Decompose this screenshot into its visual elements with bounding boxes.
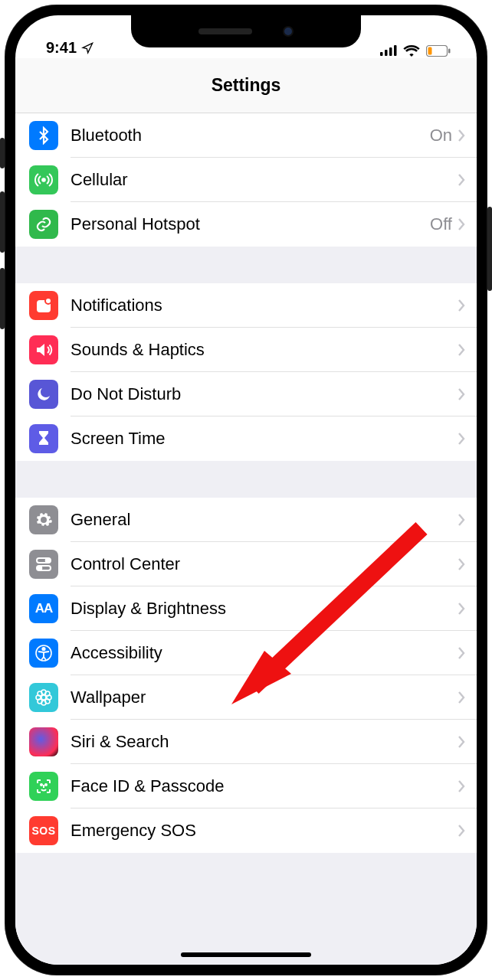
sos-icon: SOS bbox=[29, 816, 58, 845]
row-label: Control Center bbox=[71, 554, 457, 574]
svg-rect-0 bbox=[380, 52, 383, 56]
svg-point-7 bbox=[42, 178, 45, 181]
row-value: Off bbox=[430, 214, 452, 234]
settings-list[interactable]: BluetoothOnCellularPersonal HotspotOffNo… bbox=[15, 113, 477, 965]
row-label: Sounds & Haptics bbox=[71, 340, 457, 360]
row-label: Screen Time bbox=[71, 429, 457, 449]
settings-row-notifications[interactable]: Notifications bbox=[15, 283, 477, 328]
svg-point-11 bbox=[46, 559, 50, 563]
cellular-signal-icon bbox=[380, 45, 397, 56]
row-label: Notifications bbox=[71, 296, 457, 315]
hourglass-icon bbox=[29, 424, 58, 453]
siri-icon bbox=[29, 727, 58, 756]
row-label: Face ID & Passcode bbox=[71, 776, 457, 796]
svg-point-25 bbox=[36, 734, 51, 750]
chevron-right-icon bbox=[457, 557, 466, 571]
flower-icon bbox=[29, 683, 58, 712]
wifi-icon bbox=[403, 44, 420, 57]
chevron-right-icon bbox=[457, 735, 466, 749]
bluetooth-icon bbox=[29, 121, 58, 150]
chevron-right-icon bbox=[457, 173, 466, 187]
link-icon bbox=[29, 210, 58, 239]
chevron-right-icon bbox=[457, 217, 466, 231]
settings-row-screentime[interactable]: Screen Time bbox=[15, 416, 477, 461]
chevron-right-icon bbox=[457, 129, 466, 142]
settings-row-faceid[interactable]: Face ID & Passcode bbox=[15, 764, 477, 808]
home-indicator[interactable] bbox=[181, 952, 311, 957]
chevron-right-icon bbox=[457, 691, 466, 704]
settings-row-display[interactable]: AADisplay & Brightness bbox=[15, 586, 477, 631]
aa-icon: AA bbox=[29, 594, 58, 623]
row-label: Cellular bbox=[71, 170, 457, 190]
chevron-right-icon bbox=[457, 779, 466, 793]
notif-icon bbox=[29, 291, 58, 320]
row-label: Display & Brightness bbox=[71, 599, 457, 619]
row-label: General bbox=[71, 510, 457, 530]
svg-point-16 bbox=[41, 695, 46, 700]
row-label: Siri & Search bbox=[71, 732, 457, 752]
settings-row-general[interactable]: General bbox=[15, 498, 477, 542]
chevron-right-icon bbox=[457, 824, 466, 838]
settings-row-hotspot[interactable]: Personal HotspotOff bbox=[15, 202, 477, 247]
svg-rect-2 bbox=[389, 47, 392, 56]
row-label: Wallpaper bbox=[71, 688, 457, 707]
row-label: Do Not Disturb bbox=[71, 384, 457, 404]
svg-point-26 bbox=[41, 784, 42, 786]
sound-icon bbox=[29, 335, 58, 364]
page-title: Settings bbox=[212, 75, 281, 96]
chevron-right-icon bbox=[457, 387, 466, 401]
switches-icon bbox=[29, 550, 58, 579]
row-label: Personal Hotspot bbox=[71, 214, 430, 234]
location-icon bbox=[81, 42, 93, 54]
battery-icon bbox=[426, 45, 451, 57]
settings-row-accessibility[interactable]: Accessibility bbox=[15, 631, 477, 675]
antenna-icon bbox=[29, 165, 58, 194]
svg-rect-1 bbox=[385, 50, 388, 56]
svg-point-13 bbox=[38, 567, 42, 570]
svg-rect-6 bbox=[448, 48, 451, 53]
svg-rect-5 bbox=[428, 47, 432, 54]
svg-point-9 bbox=[45, 298, 51, 304]
gear-icon bbox=[29, 505, 58, 534]
device-frame: 9:41 Settings BluetoothOnCellularPersona… bbox=[5, 5, 487, 975]
face-icon bbox=[29, 772, 58, 801]
settings-row-cellular[interactable]: Cellular bbox=[15, 158, 477, 202]
row-label: Bluetooth bbox=[71, 126, 430, 145]
access-icon bbox=[29, 639, 58, 668]
chevron-right-icon bbox=[457, 602, 466, 616]
settings-row-dnd[interactable]: Do Not Disturb bbox=[15, 372, 477, 416]
settings-row-sounds[interactable]: Sounds & Haptics bbox=[15, 328, 477, 372]
chevron-right-icon bbox=[457, 513, 466, 527]
page-header: Settings bbox=[15, 58, 477, 113]
settings-row-bluetooth[interactable]: BluetoothOn bbox=[15, 113, 477, 158]
chevron-right-icon bbox=[457, 299, 466, 312]
row-value: On bbox=[430, 126, 452, 145]
chevron-right-icon bbox=[457, 646, 466, 660]
svg-point-15 bbox=[42, 648, 45, 651]
device-notch bbox=[131, 15, 361, 47]
svg-point-27 bbox=[45, 784, 47, 786]
chevron-right-icon bbox=[457, 432, 466, 446]
chevron-right-icon bbox=[457, 343, 466, 357]
row-label: Emergency SOS bbox=[71, 821, 457, 841]
settings-row-sos[interactable]: SOSEmergency SOS bbox=[15, 808, 477, 853]
settings-row-wallpaper[interactable]: Wallpaper bbox=[15, 675, 477, 720]
row-label: Accessibility bbox=[71, 643, 457, 663]
status-time: 9:41 bbox=[46, 39, 77, 57]
svg-rect-3 bbox=[394, 45, 397, 56]
settings-row-siri[interactable]: Siri & Search bbox=[15, 720, 477, 764]
settings-row-controlcenter[interactable]: Control Center bbox=[15, 542, 477, 586]
moon-icon bbox=[29, 380, 58, 409]
